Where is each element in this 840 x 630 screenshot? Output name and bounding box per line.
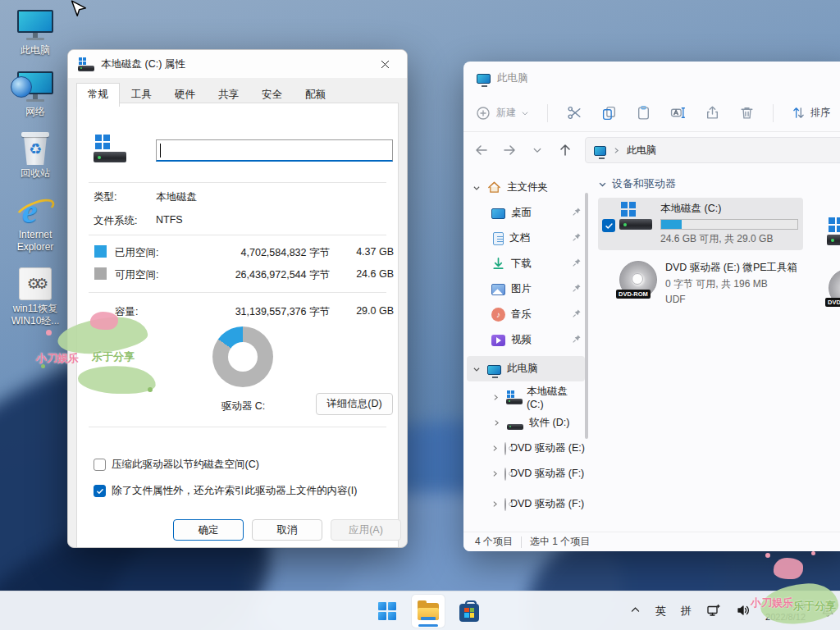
sidebar-item-downloads[interactable]: 下载 xyxy=(467,251,585,276)
capacity-bar-fill xyxy=(661,220,682,229)
desktop-icon-label-line1: win11恢复 xyxy=(7,303,64,315)
index-checkbox-label: 除了文件属性外，还允许索引此驱动器上文件的内容(I) xyxy=(112,484,357,498)
tab-general[interactable]: 常规 xyxy=(76,83,120,107)
recycle-bin-icon: ♻ xyxy=(7,130,64,167)
desktop-icon-recycle-bin[interactable]: ♻ 回收站 xyxy=(7,130,64,180)
volume-label-input[interactable] xyxy=(156,139,393,162)
delete-icon[interactable] xyxy=(738,105,755,121)
sidebar-item-dvd-drive-f[interactable]: DVD 驱动器 (F:) xyxy=(467,461,585,486)
used-space-label: 已用空间: xyxy=(115,246,158,260)
share-icon[interactable] xyxy=(704,105,720,121)
free-space-bytes: 26,436,972,544 字节 xyxy=(208,268,330,282)
copy-icon[interactable] xyxy=(600,105,617,121)
sidebar-item-label: DVD 驱动器 (F:) xyxy=(510,497,584,511)
chevron-down-icon xyxy=(472,365,482,373)
close-icon[interactable] xyxy=(372,53,397,75)
back-icon[interactable] xyxy=(473,142,490,158)
cut-icon[interactable] xyxy=(566,105,582,121)
rename-icon[interactable] xyxy=(669,105,686,121)
tab-tools[interactable]: 工具 xyxy=(120,83,163,107)
type-value: 本地磁盘 xyxy=(156,190,197,204)
pin-icon xyxy=(572,308,582,321)
group-header-devices-and-drives[interactable]: 设备和驱动器 xyxy=(598,176,840,191)
tab-sharing[interactable]: 共享 xyxy=(207,83,250,107)
internet-explorer-icon: e xyxy=(7,191,64,229)
selected-checkbox[interactable] xyxy=(602,219,615,232)
checkbox-checked-icon[interactable] xyxy=(94,485,106,497)
allow-indexing-checkbox-row[interactable]: 除了文件属性外，还允许索引此驱动器上文件的内容(I) xyxy=(94,484,357,498)
taskbar-clock[interactable]: 14:55 2022/8/12 xyxy=(765,599,806,623)
sidebar-item-label: 本地磁盘 (C:) xyxy=(527,385,582,410)
toolbar-divider xyxy=(773,104,774,122)
ime-language-indicator[interactable]: 英 xyxy=(655,604,666,619)
sidebar-item-music[interactable]: ♪ 音乐 xyxy=(467,302,585,327)
ime-mode-indicator[interactable]: 拼 xyxy=(681,604,692,619)
desktop-icon-internet-explorer[interactable]: e Internet Explorer xyxy=(7,191,64,253)
this-pc-icon xyxy=(487,365,501,375)
tray-date: 2022/8/12 xyxy=(765,611,806,623)
desktop-icon-win11-restore-tool[interactable]: ⚙⚙ win11恢复 WIN10经... xyxy=(7,265,64,327)
this-pc-icon xyxy=(477,74,491,84)
sidebar-item-home[interactable]: 主文件夹 xyxy=(467,175,585,200)
check-icon xyxy=(96,487,104,495)
sidebar-item-dvd-drive-partial[interactable]: DVD 驱动器 (F:) xyxy=(467,491,585,517)
dialog-titlebar[interactable]: 本地磁盘 (C:) 属性 xyxy=(68,50,407,78)
tab-quota[interactable]: 配额 xyxy=(294,83,337,107)
desktop-icon-label: 此电脑 xyxy=(7,44,64,57)
notification-bell-icon[interactable] xyxy=(820,603,835,620)
paste-icon[interactable] xyxy=(635,105,651,121)
pin-icon xyxy=(572,232,582,244)
chevron-right-icon[interactable] xyxy=(491,419,501,427)
desktop-icon-label-line2: WIN10经... xyxy=(7,315,64,327)
chevron-right-icon[interactable] xyxy=(491,470,499,477)
chevron-right-icon[interactable] xyxy=(491,445,499,452)
sidebar-item-documents[interactable]: 文档 xyxy=(467,226,585,251)
drive-tile-dvd-e[interactable]: DVD-ROM DVD 驱动器 (E:) 微PE工具箱 0 字节 可用, 共 1… xyxy=(598,257,803,309)
up-icon[interactable] xyxy=(557,142,573,158)
explorer-titlebar[interactable]: 此电脑 xyxy=(463,62,840,94)
tab-hardware[interactable]: 硬件 xyxy=(163,83,207,107)
sidebar-item-label: DVD 驱动器 (F:) xyxy=(510,467,584,481)
sidebar-item-this-pc[interactable]: 此电脑 xyxy=(467,356,585,381)
network-icon[interactable] xyxy=(706,603,721,620)
desktop-icon-this-pc[interactable]: 此电脑 xyxy=(7,7,64,57)
disk-properties-dialog: 本地磁盘 (C:) 属性 常规 工具 硬件 共享 安全 配额 类型: 本地磁盘 … xyxy=(67,49,408,548)
recent-locations-chevron-icon[interactable] xyxy=(529,142,546,158)
chevron-right-icon[interactable] xyxy=(491,394,500,401)
explorer-statusbar: 4 个项目 选中 1 个项目 xyxy=(463,532,840,551)
details-button[interactable]: 详细信息(D) xyxy=(316,393,393,415)
sidebar-item-dvd-drive-e[interactable]: DVD 驱动器 (E:) xyxy=(467,436,585,461)
new-button[interactable]: 新建 xyxy=(475,105,529,121)
used-space-size: 4.37 GB xyxy=(336,246,394,258)
taskbar-center-icons xyxy=(371,591,486,630)
forward-icon[interactable] xyxy=(501,142,518,158)
used-space-bytes: 4,702,584,832 字节 xyxy=(208,246,330,260)
sidebar-item-pictures[interactable]: 图片 xyxy=(467,276,585,302)
drive-tile-local-disk-c[interactable]: 本地磁盘 (C:) 24.6 GB 可用, 共 29.0 GB xyxy=(598,198,803,250)
compress-drive-checkbox-row[interactable]: 压缩此驱动器以节约磁盘空间(C) xyxy=(94,458,259,472)
capacity-size: 29.0 GB xyxy=(336,305,394,317)
cancel-button[interactable]: 取消 xyxy=(252,519,322,541)
filesystem-value: NTFS xyxy=(156,214,183,226)
sidebar-item-desktop[interactable]: 桌面 xyxy=(467,200,585,226)
desktop-icon-network[interactable]: 网络 xyxy=(7,68,64,118)
chevron-right-icon[interactable] xyxy=(491,500,499,508)
start-button[interactable] xyxy=(371,595,404,628)
address-bar[interactable]: 此电脑 xyxy=(585,137,840,163)
sidebar-item-videos[interactable]: 视频 xyxy=(467,327,585,353)
sidebar-item-local-disk-c[interactable]: 本地磁盘 (C:) xyxy=(467,385,585,410)
checkbox-unchecked-icon[interactable] xyxy=(94,459,106,471)
downloads-folder-icon xyxy=(491,257,505,271)
volume-icon[interactable] xyxy=(736,603,751,620)
sort-button[interactable]: 排序 xyxy=(792,106,830,120)
tab-security[interactable]: 安全 xyxy=(250,83,294,107)
sidebar-item-drive-d[interactable]: 软件 (D:) xyxy=(467,410,585,436)
navigation-pane: 主文件夹 桌面 文档 下载 图片 ♪ xyxy=(463,170,588,532)
hidden-icons-chevron-icon[interactable] xyxy=(630,605,641,618)
breadcrumb-this-pc[interactable]: 此电脑 xyxy=(627,144,656,158)
ok-button[interactable]: 确定 xyxy=(173,519,244,541)
apply-button[interactable]: 应用(A) xyxy=(331,519,401,541)
desktop-icon-label: 网络 xyxy=(7,106,64,118)
taskbar-file-explorer-button[interactable] xyxy=(412,595,445,628)
taskbar-store-button[interactable] xyxy=(453,595,486,628)
